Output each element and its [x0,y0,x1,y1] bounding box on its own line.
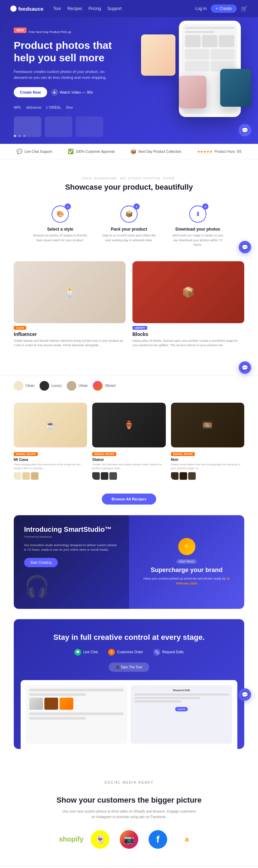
noir-desc: Darker tones define Noir and encapsulate… [171,463,244,470]
statue-thumb-1 [92,472,100,480]
browse-all-button[interactable]: Browse All Recipes [102,494,156,505]
filter-luxury-label: Luxury [51,384,62,388]
filter-clean-label: Clean [25,384,34,388]
thumb-2 [45,116,72,137]
headphones-icon: 🎧 [24,574,119,599]
ctrl-bottom [29,712,124,720]
instagram-logo: 📷 [120,830,138,849]
blocks-title: Blocks [132,331,244,337]
supercharge-desc: Have your product picked up tomorrow and… [139,576,234,586]
start-creating-button[interactable]: Start Creating [24,558,58,567]
filter-vibrant[interactable]: Vibrant [93,381,116,391]
amazon-text: a [185,835,189,843]
trust-approval: ✅ 100% Customer Approval [68,149,115,154]
step-2-title: Pack your product [101,227,157,232]
login-button[interactable]: Log In [195,6,207,11]
floating-product-2 [220,69,251,107]
noir-badge: MINIMAL RECIPE [171,452,195,456]
showcase-title: Showcase your product, beautifully [14,183,244,192]
mi-casa-badge: MINIMAL RECIPE [14,452,38,456]
dot-1 [14,135,16,137]
promo-banners: Introducing SmartStudio™ Powered by feed… [14,515,244,609]
chat-bubble-top[interactable]: 💬 [239,124,251,136]
recipe-noir: 🎞️ MINIMAL RECIPE Noir Darker tones defi… [171,403,244,480]
logo-icon [10,6,17,12]
step-3-num: 3 [202,203,208,210]
shopify-logo: shopify [62,830,80,849]
influencer-badge: CLEAN [14,326,26,330]
mi-casa-info: MINIMAL RECIPE Mi Casa Casa encapsulates… [14,450,87,480]
influencer-img: 🕯️ [14,261,126,323]
blocks-badge: LIBRARY [132,326,147,330]
live-chat-icon: 💬 [74,649,81,656]
thumb-1 [14,116,41,137]
statue-badge: MINIMAL RECIPE [92,452,116,456]
noir-thumb-3 [188,472,196,480]
chat-bubble-social[interactable]: 💬 [239,688,251,701]
step-1-icon: 🎨 1 [52,205,69,223]
statue-info: MINIMAL RECIPE Statue Simple, but intric… [92,450,165,480]
brand-2: L'ORÉAL [46,106,62,109]
recipes-grid: ☕ MINIMAL RECIPE Mi Casa Casa encapsulat… [0,396,258,487]
step-3-emoji: ⬇ [195,210,201,218]
req-submit-button[interactable]: Submit [175,707,188,711]
filter-urban[interactable]: Urban [67,381,88,391]
hero-cta-primary[interactable]: Create Now [14,87,47,97]
showcase-meta: 100% HANDMADE. NO STOCK PHOTOS. EVER. [14,177,244,180]
filter-luxury[interactable]: Luxury [40,381,62,391]
ctrl-img-3 [60,698,73,710]
nav-support[interactable]: Support [107,6,122,11]
star-icon: ★★★★★ [197,150,213,154]
mi-casa-thumb-2 [22,472,30,480]
step-2-emoji: 📦 [125,210,133,218]
cart-icon[interactable]: 🛒 [241,6,248,12]
instagram-icon: 📷 [124,835,134,844]
brand-1: deliveroo [26,106,41,109]
influencer-label: CLEAN [14,326,126,330]
smart-studio-desc: Our innovative studio technology designe… [24,543,119,552]
trust-chat: 💬 Live Chat Support [17,149,52,154]
blocks-label: LIBRARY [132,326,244,330]
hero-watch-video[interactable]: ▶ Watch Video — 90s [51,89,93,96]
control-features: 💬 Live Chat 🎨 Customise Order ✏️ Request… [24,649,234,656]
recipe-statue: 🏺 MINIMAL RECIPE Statue Simple, but intr… [92,403,165,480]
nav-links: Tour Recipes Pricing Support [53,6,121,11]
style-filters: Clean Luxury Urban Vibrant [0,375,258,396]
box-icon: 📦 [130,149,136,154]
recipe-mi-casa: ☕ MINIMAL RECIPE Mi Casa Casa encapsulat… [14,403,87,480]
noir-info: MINIMAL RECIPE Noir Darker tones define … [171,450,244,480]
chat-bubble-lower[interactable]: 💬 [239,361,251,374]
ctrl-bar-4 [29,717,86,720]
trust-bar: 💬 Live Chat Support ✅ 100% Customer Appr… [0,144,258,159]
watch-label: Watch Video — 90s [60,90,93,94]
statue-img: 🏺 [92,403,165,447]
hero-buttons: Create Now ▶ Watch Video — 90s [14,87,134,97]
statue-thumb-2 [101,472,108,480]
mi-casa-title: Mi Casa [14,457,87,462]
step-1-emoji: 🎨 [56,210,64,218]
chat-bubble-mid[interactable]: 💬 [239,241,251,253]
showcase-section: 100% HANDMADE. NO STOCK PHOTOS. EVER. Sh… [0,159,258,375]
influencer-title: Influencer [14,331,126,337]
statue-title: Statue [92,457,165,462]
step-3-title: Download your photos [170,227,225,232]
feature-customise-label: Customise Order [117,650,143,654]
navbar: feedsauce Tour Recipes Pricing Support L… [0,0,258,17]
mi-casa-desc: Casa encapsulates the entire aura of the… [14,463,87,470]
take-tour-button[interactable]: 🎥 Take The Tour [109,663,149,672]
social-desc: Use your new custom photos to drive sale… [60,809,198,820]
request-edit-panel: Request Edit Submit [131,685,232,744]
ctrl-img-1 [29,698,43,710]
fast-badge: FAST TRACK [176,559,197,564]
step-1-desc: Browse our pantry of recipes to find the… [33,233,88,243]
nav-pricing[interactable]: Pricing [88,6,101,11]
nav-recipes[interactable]: Recipes [67,6,82,11]
ctrl-bar-1 [29,689,124,691]
create-button[interactable]: + Create [211,4,237,13]
noir-thumbs [171,472,244,480]
check-icon: ✅ [68,149,74,154]
hero-badge-text: Free Next Day Product Pick-up [29,30,71,34]
nav-tour[interactable]: Tour [53,6,61,11]
filter-vibrant-thumb [93,381,103,391]
filter-clean[interactable]: Clean [14,381,34,391]
